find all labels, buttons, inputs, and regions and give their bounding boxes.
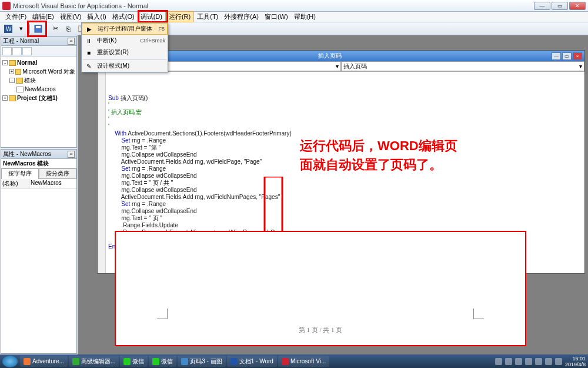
word-page-preview: 第 1 页 / 共 1 页: [115, 231, 526, 346]
menu-insert[interactable]: 插入(I): [84, 12, 109, 22]
menu-window[interactable]: 窗口(W): [262, 12, 291, 22]
task-item[interactable]: 微信: [149, 356, 176, 367]
code-title-bar: 插入页码 — ▭ ×: [98, 51, 584, 61]
code-max-button[interactable]: ▭: [562, 52, 572, 60]
menu-run[interactable]: 运行(R): [165, 11, 194, 22]
panel-close-icon[interactable]: ×: [68, 151, 75, 158]
proj-tb-btn[interactable]: [22, 47, 32, 55]
system-tray: 16:012019/4/8: [495, 356, 586, 367]
task-item[interactable]: 高级编辑器...: [69, 356, 119, 367]
prop-row[interactable]: (名称) NewMacros: [1, 179, 76, 189]
menu-edit[interactable]: 编辑(E): [29, 12, 57, 22]
properties-panel-title: 属性 - NewMacros ×: [1, 150, 76, 159]
start-button[interactable]: [2, 356, 18, 367]
project-panel-title: 工程 - Normal ×: [1, 37, 76, 46]
pause-icon: ⏸: [84, 38, 93, 44]
copy-icon[interactable]: ⎘: [62, 24, 74, 34]
run-dropdown: ▶ 运行子过程/用户窗体 F5 ⏸ 中断(K) Ctrl+Break ■ 重新设…: [81, 22, 168, 72]
volume-icon[interactable]: [555, 358, 562, 365]
window-buttons: — ▭ ✕: [534, 2, 586, 10]
menu-tools[interactable]: 工具(T): [194, 12, 221, 22]
tb-dropdown-icon[interactable]: ▾: [15, 24, 27, 34]
play-icon: ▶: [85, 26, 94, 32]
properties-object[interactable]: NewMacros 模块: [1, 159, 76, 168]
maximize-button[interactable]: ▭: [552, 2, 568, 10]
panel-close-icon[interactable]: ×: [68, 38, 75, 45]
page-footer-text: 第 1 页 / 共 1 页: [116, 326, 525, 334]
design-icon: ✎: [84, 63, 93, 69]
word-icon[interactable]: W: [2, 24, 14, 34]
project-tree[interactable]: -Normal +Microsoft Word 对象 -模块 NewMacros…: [1, 57, 76, 104]
proj-tb-btn[interactable]: [2, 47, 12, 55]
minimize-button[interactable]: —: [534, 2, 550, 10]
dd-reset[interactable]: ■ 重新设置(R): [82, 47, 168, 58]
cut-icon[interactable]: ✂: [49, 24, 61, 34]
code-min-button[interactable]: —: [552, 52, 561, 60]
procedure-combo[interactable]: 插入页码▾: [341, 61, 584, 71]
left-column: 工程 - Normal × -Normal +Microsoft Word 对象…: [0, 35, 78, 354]
properties-tabs: 按字母序 按分类序: [1, 168, 76, 179]
taskbar: Adventure... 高级编辑器... 微信 微信 页码3 - 画图 文档1…: [0, 354, 588, 368]
svg-text:W: W: [6, 26, 12, 32]
task-item[interactable]: 文档1 - Word: [227, 356, 277, 367]
window-title: Microsoft Visual Basic for Applications …: [13, 2, 534, 9]
properties-grid: (名称) NewMacros: [1, 179, 76, 189]
tray-icon[interactable]: [535, 358, 542, 365]
tray-icon[interactable]: [515, 358, 522, 365]
tab-alphabetic[interactable]: 按字母序: [1, 168, 39, 179]
close-button[interactable]: ✕: [569, 2, 586, 10]
task-item[interactable]: 页码3 - 画图: [178, 356, 225, 367]
chevron-down-icon: ▾: [579, 63, 582, 69]
clock[interactable]: 16:012019/4/8: [565, 356, 586, 367]
tab-categorized[interactable]: 按分类序: [39, 168, 76, 179]
task-item[interactable]: Microsoft Vi...: [278, 356, 329, 367]
menu-addins[interactable]: 外接程序(A): [221, 12, 262, 22]
tray-icon[interactable]: [525, 358, 532, 365]
proj-tb-btn[interactable]: [12, 47, 22, 55]
tray-icon[interactable]: [545, 358, 552, 365]
dd-design[interactable]: ✎ 设计模式(M): [82, 60, 168, 72]
dd-break[interactable]: ⏸ 中断(K) Ctrl+Break: [82, 35, 168, 47]
task-item[interactable]: Adventure...: [20, 356, 68, 367]
stop-icon: ■: [84, 49, 93, 56]
code-combos: (通用)▾ 插入页码▾: [98, 61, 584, 72]
app-icon: [2, 2, 11, 10]
properties-panel: 属性 - NewMacros × NewMacros 模块 按字母序 按分类序 …: [1, 149, 77, 354]
menu-view[interactable]: 视图(V): [57, 12, 85, 22]
code-close-button[interactable]: ×: [573, 52, 582, 60]
menu-file[interactable]: 文件(F): [2, 12, 29, 22]
menu-debug[interactable]: 调试(D): [138, 12, 165, 22]
svg-rect-3: [36, 26, 41, 28]
dd-run-sub[interactable]: ▶ 运行子过程/用户窗体 F5: [82, 23, 168, 35]
tray-icon[interactable]: [495, 358, 502, 365]
project-toolbar: [1, 46, 76, 57]
code-margin: [98, 72, 106, 273]
save-icon[interactable]: [32, 24, 44, 34]
menu-bar: 文件(F) 编辑(E) 视图(V) 插入(I) 格式(O) 调试(D) 运行(R…: [0, 12, 588, 22]
tray-icon[interactable]: [505, 358, 512, 365]
project-panel: 工程 - Normal × -Normal +Microsoft Word 对象…: [1, 36, 77, 148]
menu-format[interactable]: 格式(O): [109, 12, 138, 22]
menu-help[interactable]: 帮助(H): [291, 12, 319, 22]
task-item[interactable]: 微信: [120, 356, 148, 367]
title-bar: Microsoft Visual Basic for Applications …: [0, 0, 588, 12]
chevron-down-icon: ▾: [336, 63, 339, 69]
